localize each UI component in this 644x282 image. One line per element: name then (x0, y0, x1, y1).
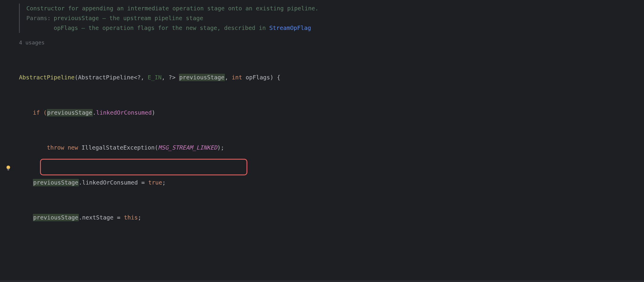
code-line[interactable]: previousStage.linkedOrConsumed = true; (19, 175, 644, 190)
code-body[interactable]: AbstractPipeline(AbstractPipeline<?, E_I… (19, 50, 644, 282)
javadoc-block: Constructor for appending an intermediat… (19, 4, 644, 33)
javadoc-param-line: previousStage – the upstream pipeline st… (54, 13, 311, 23)
javadoc-param-text: – the operation flags for the new stage,… (78, 25, 269, 31)
usages-hint[interactable]: 4 usages (19, 38, 644, 47)
editor-gutter (0, 0, 15, 282)
code-line[interactable]: AbstractPipeline(AbstractPipeline<?, E_I… (19, 70, 644, 85)
code-line[interactable]: if (previousStage.linkedOrConsumed) (19, 105, 644, 121)
javadoc-param-line: opFlags – the operation flags for the ne… (54, 23, 311, 33)
javadoc-param-name: previousStage (54, 15, 99, 22)
code-line[interactable] (19, 245, 644, 261)
param-previousStage: previousStage (179, 74, 225, 81)
code-line[interactable]: throw new IllegalStateException(MSG_STRE… (19, 140, 644, 156)
code-line-current[interactable]: this.previousStage = previousStage; (19, 280, 644, 282)
code-editor[interactable]: Constructor for appending an intermediat… (18, 0, 644, 282)
javadoc-param-text: – the upstream pipeline stage (99, 15, 203, 22)
constructor-name: AbstractPipeline (19, 74, 75, 81)
javadoc-param-name: opFlags (54, 25, 78, 31)
javadoc-link[interactable]: StreamOpFlag (269, 25, 311, 31)
param-opFlags: opFlags (246, 74, 270, 81)
javadoc-params-label: Params: (26, 13, 51, 23)
code-line[interactable]: previousStage.nextStage = this; (19, 210, 644, 225)
svg-rect-0 (7, 169, 9, 170)
intention-bulb-icon[interactable] (5, 164, 11, 170)
svg-rect-1 (8, 170, 9, 171)
javadoc-summary: Constructor for appending an intermediat… (26, 4, 644, 13)
